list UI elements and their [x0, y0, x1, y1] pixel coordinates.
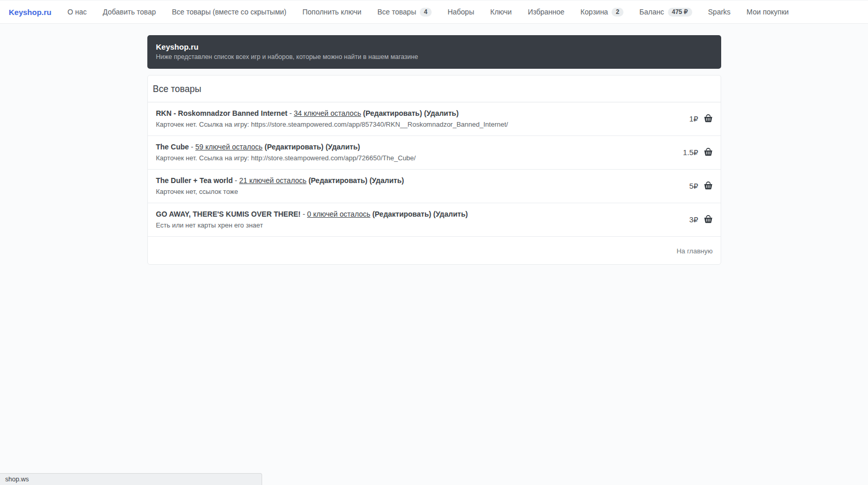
delete-link[interactable]: (Удалить)	[433, 210, 468, 218]
banner-title: Keyshop.ru	[156, 42, 712, 52]
nav-item-about[interactable]: О нас	[68, 8, 87, 16]
buy-block: 1₽	[679, 114, 712, 124]
delete-link[interactable]: (Удалить)	[424, 109, 459, 117]
nav-item-balance[interactable]: Баланс 475 ₽	[639, 8, 692, 17]
buy-block: 3₽	[679, 215, 712, 225]
nav-item-label: Все товары	[377, 8, 416, 16]
status-url: shop.ws	[5, 476, 29, 483]
nav-item-keys[interactable]: Ключи	[490, 8, 512, 16]
nav-item-refill-keys[interactable]: Пополнить ключи	[302, 8, 361, 16]
nav-item-label: Наборы	[448, 8, 475, 16]
nav-item-cart[interactable]: Корзина 2	[581, 8, 623, 17]
delete-link[interactable]: (Удалить)	[326, 143, 360, 151]
separator: -	[302, 210, 305, 218]
separator: -	[191, 143, 193, 151]
keys-remaining-link[interactable]: 59 ключей осталось	[195, 143, 263, 151]
product-price: 1.5₽	[683, 148, 698, 157]
products-count-badge: 4	[420, 8, 432, 17]
product-title-line: The Duller + Tea world - 21 ключей остал…	[156, 176, 404, 186]
product-description: Есть или нет карты хрен его знает	[156, 221, 468, 230]
banner-subtitle: Ниже представлен список всех игр и набор…	[156, 53, 712, 62]
keys-remaining-link[interactable]: 0 ключей осталось	[307, 210, 370, 218]
product-row: GO AWAY, THERE'S KUMIS OVER THERE! - 0 к…	[148, 203, 721, 236]
nav-item-label: О нас	[68, 8, 87, 16]
buy-block: 5₽	[679, 181, 712, 191]
product-title: RKN - Roskomnadzor Banned Internet	[156, 109, 287, 117]
basket-icon	[704, 181, 713, 191]
product-price: 1₽	[689, 115, 698, 123]
nav-item-label: Мои покупки	[747, 8, 789, 16]
nav-item-all-products-with-hidden[interactable]: Все товары (вместе со скрытыми)	[172, 8, 286, 16]
add-to-cart-button[interactable]	[704, 181, 713, 191]
buy-block: 1.5₽	[673, 147, 712, 158]
keys-remaining-link[interactable]: 21 ключей осталось	[239, 176, 307, 185]
nav-item-label: Корзина	[581, 8, 608, 16]
brand-link[interactable]: Keyshop.ru	[9, 8, 52, 17]
product-price: 3₽	[689, 216, 698, 224]
product-title-line: The Cube - 59 ключей осталось (Редактиро…	[156, 142, 416, 152]
product-description: Карточек нет. Ссылка на игру: http://sto…	[156, 154, 416, 162]
product-description: Карточек нет, ссылок тоже	[156, 187, 404, 196]
edit-link[interactable]: (Редактировать)	[265, 143, 324, 151]
product-row: The Duller + Tea world - 21 ключей остал…	[148, 169, 721, 203]
nav-item-label: Баланс	[639, 8, 664, 16]
basket-icon	[704, 114, 713, 124]
product-row: RKN - Roskomnadzor Banned Internet - 34 …	[148, 102, 721, 135]
shop-banner: Keyshop.ru Ниже представлен список всех …	[147, 35, 721, 69]
product-info: RKN - Roskomnadzor Banned Internet - 34 …	[156, 109, 508, 129]
product-title-line: GO AWAY, THERE'S KUMIS OVER THERE! - 0 к…	[156, 209, 468, 219]
product-info: GO AWAY, THERE'S KUMIS OVER THERE! - 0 к…	[156, 209, 468, 230]
edit-link[interactable]: (Редактировать)	[309, 176, 368, 185]
nav-item-label: Добавить товар	[103, 8, 156, 16]
edit-link[interactable]: (Редактировать)	[363, 109, 422, 117]
product-title: The Cube	[156, 143, 189, 151]
product-info: The Cube - 59 ключей осталось (Редактиро…	[156, 142, 416, 162]
cart-count-badge: 2	[612, 8, 623, 17]
nav-item-label: Sparks	[708, 8, 731, 16]
nav-item-label: Все товары (вместе со скрытыми)	[172, 8, 286, 16]
product-description: Карточек нет. Ссылка на игру: https://st…	[156, 120, 508, 129]
separator: -	[290, 109, 292, 117]
delete-link[interactable]: (Удалить)	[370, 176, 404, 185]
products-heading: Все товары	[148, 75, 721, 102]
balance-badge: 475 ₽	[668, 8, 692, 17]
edit-link[interactable]: (Редактировать)	[372, 210, 431, 218]
basket-icon	[704, 215, 713, 225]
nav-item-label: Пополнить ключи	[302, 8, 361, 16]
product-title-line: RKN - Roskomnadzor Banned Internet - 34 …	[156, 109, 508, 118]
top-navbar: Keyshop.ru О нас Добавить товар Все това…	[0, 0, 868, 24]
nav-item-label: Ключи	[490, 8, 512, 16]
basket-icon	[704, 147, 713, 158]
nav-item-favorites[interactable]: Избранное	[528, 8, 565, 16]
product-info: The Duller + Tea world - 21 ключей остал…	[156, 176, 404, 196]
nav-item-add-product[interactable]: Добавить товар	[103, 8, 156, 16]
add-to-cart-button[interactable]	[704, 147, 713, 158]
nav-item-label: Избранное	[528, 8, 565, 16]
product-row: The Cube - 59 ключей осталось (Редактиро…	[148, 135, 721, 169]
card-footer: На главную	[148, 236, 721, 264]
add-to-cart-button[interactable]	[704, 215, 713, 225]
nav-item-all-products[interactable]: Все товары 4	[377, 8, 432, 17]
nav-item-my-purchases[interactable]: Мои покупки	[747, 8, 789, 16]
separator: -	[235, 176, 237, 185]
add-to-cart-button[interactable]	[704, 114, 713, 124]
products-card: Все товары RKN - Roskomnadzor Banned Int…	[147, 75, 721, 265]
nav-item-sets[interactable]: Наборы	[448, 8, 475, 16]
home-link[interactable]: На главную	[677, 247, 713, 255]
nav-item-sparks[interactable]: Sparks	[708, 8, 731, 16]
browser-status-bar: shop.ws	[0, 473, 262, 485]
product-title: The Duller + Tea world	[156, 176, 233, 185]
keys-remaining-link[interactable]: 34 ключей осталось	[294, 109, 361, 117]
product-title: GO AWAY, THERE'S KUMIS OVER THERE!	[156, 210, 301, 218]
product-price: 5₽	[689, 182, 698, 190]
